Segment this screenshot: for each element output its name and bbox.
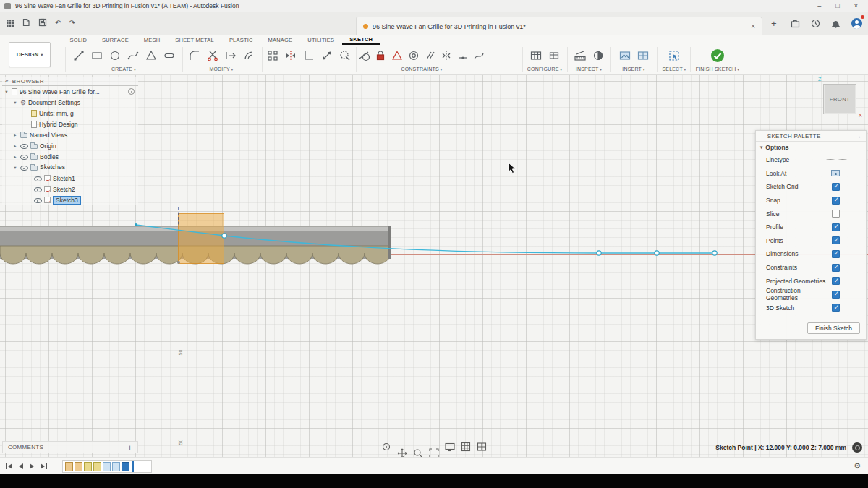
- palette-options-section[interactable]: Options: [756, 142, 866, 153]
- midpoint-constraint-icon[interactable]: [456, 48, 470, 63]
- select-tool-icon[interactable]: [667, 48, 681, 63]
- fit-icon[interactable]: [429, 448, 439, 457]
- chevron-right-icon[interactable]: [12, 154, 18, 160]
- profile-checkbox[interactable]: [832, 223, 840, 231]
- finish-sketch-icon[interactable]: [710, 48, 725, 63]
- tab-utilities[interactable]: UTILITIES: [300, 35, 342, 45]
- visibility-eye-icon[interactable]: [20, 164, 28, 171]
- concentric-constraint-icon[interactable]: [407, 48, 421, 63]
- curvature-constraint-icon[interactable]: [472, 48, 486, 63]
- linetype-construction-icon[interactable]: [838, 157, 847, 163]
- inspect-menu[interactable]: INSPECT: [569, 67, 609, 72]
- parallel-constraint-icon[interactable]: [423, 48, 438, 63]
- viewcube[interactable]: FRONT: [823, 84, 856, 114]
- chevron-down-icon[interactable]: [12, 165, 18, 171]
- linetype-normal-icon[interactable]: [826, 157, 835, 163]
- tree-item-document-settings[interactable]: ⚙ Document Settings: [2, 97, 138, 108]
- user-avatar[interactable]: [851, 18, 862, 29]
- visibility-eye-icon[interactable]: [20, 153, 28, 160]
- fillet-tool-icon[interactable]: [187, 48, 202, 63]
- maximize-button[interactable]: □: [835, 2, 839, 9]
- palette-minimize-icon[interactable]: –: [760, 133, 764, 140]
- tab-sheet-metal[interactable]: SHEET METAL: [168, 35, 222, 45]
- browser-header[interactable]: « BROWSER –: [2, 77, 138, 86]
- chevron-down-icon[interactable]: [12, 100, 18, 106]
- timeline-position-marker[interactable]: [132, 461, 134, 472]
- app-grid-icon[interactable]: [6, 19, 14, 27]
- tree-item-sketch2[interactable]: Sketch2: [2, 184, 138, 194]
- construction-geometries-checkbox[interactable]: [832, 291, 840, 299]
- timeline-feature[interactable]: [103, 462, 111, 471]
- circle-tool-icon[interactable]: [108, 48, 122, 63]
- visibility-eye-icon[interactable]: [34, 175, 42, 182]
- redo-icon[interactable]: ↷: [69, 19, 75, 27]
- corner-tool-icon[interactable]: [302, 48, 316, 63]
- timeline-go-end-button[interactable]: [41, 463, 47, 469]
- tab-sketch[interactable]: SKETCH: [342, 35, 380, 45]
- project-tool-icon[interactable]: [338, 48, 352, 63]
- sketch-grid-checkbox[interactable]: [832, 183, 840, 191]
- browser-minimize-icon[interactable]: –: [132, 78, 135, 85]
- offset-tool-icon[interactable]: [242, 48, 256, 63]
- timeline-feature-sketch[interactable]: [65, 462, 73, 471]
- timeline-feature[interactable]: [112, 462, 120, 471]
- save-icon[interactable]: [38, 18, 47, 27]
- insert-menu[interactable]: INSERT: [612, 67, 655, 72]
- comments-bar[interactable]: COMMENTS +: [2, 441, 138, 453]
- tree-item-named-views[interactable]: Named Views: [2, 129, 138, 140]
- slot-tool-icon[interactable]: [162, 48, 176, 63]
- polygon-tool-icon[interactable]: [144, 48, 158, 63]
- tab-surface[interactable]: SURFACE: [95, 35, 137, 45]
- close-button[interactable]: ×: [854, 2, 858, 9]
- trim-tool-icon[interactable]: [205, 48, 220, 63]
- undo-icon[interactable]: ↶: [55, 19, 61, 27]
- timeline-feature-sketch[interactable]: [75, 462, 82, 471]
- mirror-tool-icon[interactable]: [284, 48, 298, 63]
- model-viewport[interactable]: Z FRONT X 50 50 « BROWSER – 96 Sine Wave…: [0, 75, 868, 457]
- rectangle-tool-icon[interactable]: [90, 48, 104, 63]
- tab-manage[interactable]: MANAGE: [260, 35, 300, 45]
- tab-plastic[interactable]: PLASTIC: [221, 35, 260, 45]
- tree-item-hybrid-design[interactable]: Hybrid Design: [2, 119, 138, 129]
- timeline-settings-gear-icon[interactable]: ⚙: [854, 461, 861, 471]
- new-tab-button[interactable]: +: [771, 20, 777, 28]
- minimize-button[interactable]: –: [817, 2, 821, 9]
- snap-checkbox[interactable]: [832, 197, 840, 205]
- spline-tool-icon[interactable]: [126, 48, 140, 63]
- activate-radio[interactable]: [128, 88, 135, 95]
- projected-geometries-checkbox[interactable]: [832, 277, 840, 285]
- symmetry-constraint-icon[interactable]: [439, 48, 454, 63]
- timeline-feature-sketch[interactable]: [84, 462, 92, 471]
- tree-item-origin[interactable]: Origin: [2, 140, 138, 151]
- viewcube-front-face[interactable]: FRONT: [830, 96, 850, 103]
- orbit-icon[interactable]: [381, 442, 391, 457]
- points-checkbox[interactable]: [832, 236, 840, 244]
- configuration-table-icon[interactable]: [529, 48, 543, 63]
- chevron-right-icon[interactable]: [12, 132, 18, 138]
- fix-constraint-icon[interactable]: [390, 48, 404, 63]
- chevron-right-icon[interactable]: [12, 143, 18, 149]
- configure-menu[interactable]: CONFIGURE: [524, 67, 566, 72]
- status-badge[interactable]: [852, 442, 862, 453]
- insert-mesh-icon[interactable]: [636, 48, 650, 63]
- section-analysis-icon[interactable]: [591, 48, 605, 63]
- tree-item-sketch1[interactable]: Sketch1: [2, 173, 138, 184]
- lock-constraint-icon[interactable]: [374, 48, 388, 63]
- extend-tool-icon[interactable]: [224, 48, 238, 63]
- zoom-icon[interactable]: [413, 448, 423, 457]
- tab-solid[interactable]: SOLID: [62, 35, 95, 45]
- tree-item-bodies[interactable]: Bodies: [2, 151, 138, 162]
- finish-sketch-button[interactable]: Finish Sketch: [807, 322, 860, 334]
- visibility-eye-icon[interactable]: [20, 142, 28, 150]
- collapse-icon[interactable]: «: [5, 78, 9, 85]
- slice-checkbox[interactable]: [832, 210, 840, 218]
- extensions-icon[interactable]: [791, 19, 800, 28]
- visibility-eye-icon[interactable]: [34, 197, 42, 204]
- tree-item-sketch3[interactable]: Sketch3: [2, 194, 138, 205]
- dimensions-checkbox[interactable]: [832, 250, 840, 258]
- palette-header[interactable]: – SKETCH PALETTE →: [756, 131, 866, 142]
- 3d-sketch-checkbox[interactable]: [832, 304, 840, 312]
- notifications-icon[interactable]: [831, 19, 841, 28]
- create-menu[interactable]: CREATE: [67, 67, 181, 72]
- timeline-play-button[interactable]: [30, 463, 34, 469]
